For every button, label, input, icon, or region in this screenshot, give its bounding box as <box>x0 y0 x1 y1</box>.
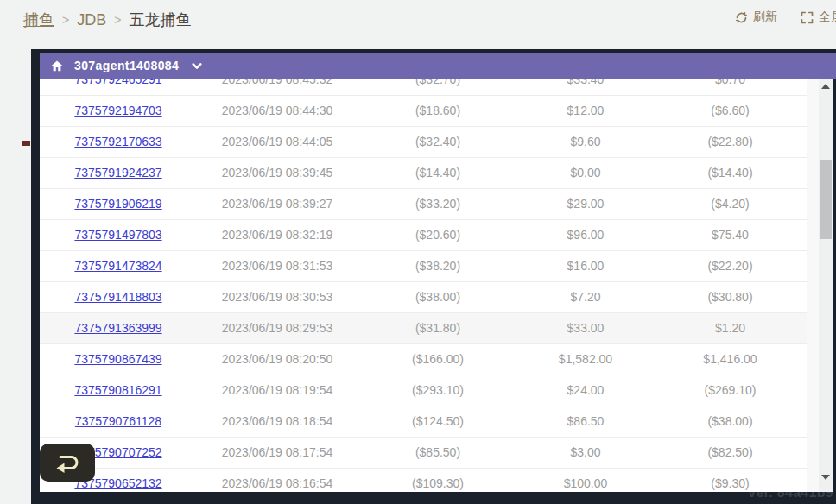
record-win: $100.00 <box>518 468 653 492</box>
table-row: 7375791497803 2023/06/19 08:32:19 ($20.6… <box>40 219 808 250</box>
record-id-link[interactable]: 7375790867439 <box>74 352 162 366</box>
record-id-link[interactable]: 7375791418803 <box>74 290 162 304</box>
record-id-cell: 7375790867439 <box>40 343 197 375</box>
scrollbar-up-arrow[interactable] <box>821 84 830 89</box>
record-time: 2023/06/19 08:18:54 <box>197 406 358 437</box>
record-bet: ($109.30) <box>358 468 518 492</box>
scrollbar-thumb[interactable] <box>820 160 832 239</box>
scrollbar-down-arrow[interactable] <box>821 475 830 480</box>
home-icon[interactable] <box>50 60 64 72</box>
record-bet: ($38.00) <box>358 281 518 312</box>
agent-name: 307agent1408084 <box>74 59 179 72</box>
record-time: 2023/06/19 08:44:30 <box>197 95 358 126</box>
refresh-icon <box>735 11 748 24</box>
record-id-link[interactable]: 7375792194703 <box>74 104 162 117</box>
record-win: $9.60 <box>518 126 653 157</box>
breadcrumb-item-current: 五龙捕鱼 <box>129 9 191 30</box>
record-time: 2023/06/19 08:32:19 <box>197 219 358 250</box>
record-win: $16.00 <box>518 250 653 281</box>
record-id-cell: 7375791497803 <box>40 219 197 250</box>
record-net: ($22.80) <box>653 126 808 157</box>
table-row: 7375792194703 2023/06/19 08:44:30 ($18.6… <box>40 95 808 126</box>
table-row: 7375790652132 2023/06/19 08:16:54 ($109.… <box>40 468 808 492</box>
breadcrumb-separator: > <box>114 13 121 27</box>
record-win: $12.00 <box>518 95 653 126</box>
table-row: 7375791473824 2023/06/19 08:31:53 ($38.2… <box>40 250 808 281</box>
record-id-link[interactable]: 7375791924237 <box>74 166 162 180</box>
record-bet: ($38.20) <box>358 250 518 281</box>
topbar-actions: 刷新 全屏 <box>735 9 836 25</box>
record-bet: ($85.50) <box>358 437 518 468</box>
record-id-cell: 7375791924237 <box>40 157 197 188</box>
record-win: $29.00 <box>518 188 653 219</box>
backdrop-artifact <box>22 141 30 146</box>
record-id-cell: 7375791906219 <box>40 188 197 219</box>
record-net: ($9.30) <box>653 468 808 492</box>
record-net: ($6.60) <box>653 95 808 126</box>
panel-header: 307agent1408084 <box>40 53 836 79</box>
record-id-link[interactable]: 7375790816291 <box>74 383 162 397</box>
record-net: ($4.20) <box>653 188 808 219</box>
record-id-cell: 7375790816291 <box>40 375 197 406</box>
record-time: 2023/06/19 08:20:50 <box>197 343 358 375</box>
breadcrumb: 捕鱼 > JDB > 五龙捕鱼 <box>23 9 191 30</box>
records-table: 7375792465291 2023/06/19 08:45:32 ($32.7… <box>40 79 808 492</box>
record-id-cell: 7375791363999 <box>40 312 197 343</box>
record-win: $86.50 <box>518 406 653 437</box>
page: 捕鱼 > JDB > 五龙捕鱼 刷新 全屏 <box>0 0 836 504</box>
record-id-link[interactable]: 7375791363999 <box>74 321 162 335</box>
record-id-cell: 7375792170633 <box>40 126 197 157</box>
return-arrow-icon <box>53 451 82 474</box>
record-id-cell: 7375792465291 <box>40 79 197 95</box>
breadcrumb-item-jdb[interactable]: JDB <box>77 11 106 29</box>
record-id-link[interactable]: 7375792465291 <box>74 79 162 86</box>
record-time: 2023/06/19 08:39:45 <box>197 157 358 188</box>
record-win: $24.00 <box>518 375 653 406</box>
record-bet: ($31.80) <box>358 312 518 343</box>
agent-dropdown[interactable] <box>192 62 202 70</box>
record-time: 2023/06/19 08:45:32 <box>197 79 358 95</box>
record-win: $0.00 <box>518 157 653 188</box>
table-row: 7375792170633 2023/06/19 08:44:05 ($32.4… <box>40 126 808 157</box>
table-row: 7375791924237 2023/06/19 08:39:45 ($14.4… <box>40 157 808 188</box>
record-bet: ($32.70) <box>358 79 518 95</box>
record-net: ($22.20) <box>653 250 808 281</box>
refresh-button[interactable]: 刷新 <box>735 9 777 25</box>
record-net: ($38.00) <box>653 406 808 437</box>
table-row: 7375790816291 2023/06/19 08:19:54 ($293.… <box>40 375 808 406</box>
record-net: $75.40 <box>653 219 808 250</box>
breadcrumb-separator: > <box>62 13 69 27</box>
record-time: 2023/06/19 08:19:54 <box>197 375 358 406</box>
record-win: $7.20 <box>518 281 653 312</box>
record-bet: ($20.60) <box>358 219 518 250</box>
breadcrumb-item-fishing[interactable]: 捕鱼 <box>23 9 54 30</box>
record-win: $3.00 <box>518 437 653 468</box>
record-id-link[interactable]: 7375792170633 <box>74 135 162 148</box>
fullscreen-button[interactable]: 全屏 <box>801 9 836 25</box>
record-id-cell: 7375790761128 <box>40 406 197 437</box>
record-id-link[interactable]: 7375791473824 <box>74 259 162 273</box>
table-row: 7375792465291 2023/06/19 08:45:32 ($32.7… <box>40 79 808 95</box>
vertical-scrollbar[interactable] <box>808 79 833 492</box>
record-time: 2023/06/19 08:16:54 <box>197 468 358 492</box>
record-net: $0.70 <box>653 79 808 95</box>
table-row: 7375790761128 2023/06/19 08:18:54 ($124.… <box>40 406 808 437</box>
record-net: $1.20 <box>653 312 808 343</box>
record-id-link[interactable]: 7375790761128 <box>75 414 162 428</box>
record-win: $96.00 <box>518 219 653 250</box>
return-button[interactable] <box>40 444 95 482</box>
record-bet: ($293.10) <box>358 375 518 406</box>
record-net: ($30.80) <box>653 281 808 312</box>
record-id-link[interactable]: 7375791906219 <box>74 197 162 211</box>
record-id-link[interactable]: 7375791497803 <box>74 228 162 242</box>
record-bet: ($33.20) <box>358 188 518 219</box>
records-table-viewport: 7375792465291 2023/06/19 08:45:32 ($32.7… <box>40 79 808 492</box>
record-net: $1,416.00 <box>653 343 808 375</box>
scrollbar-track[interactable] <box>819 79 833 492</box>
record-time: 2023/06/19 08:31:53 <box>197 250 358 281</box>
refresh-label: 刷新 <box>753 9 777 25</box>
fullscreen-label: 全屏 <box>819 9 836 25</box>
records-panel: 307agent1408084 7375792465291 2023/06/19… <box>40 53 836 492</box>
table-row: 7375790707252 2023/06/19 08:17:54 ($85.5… <box>40 437 808 468</box>
record-win: $1,582.00 <box>518 343 653 375</box>
